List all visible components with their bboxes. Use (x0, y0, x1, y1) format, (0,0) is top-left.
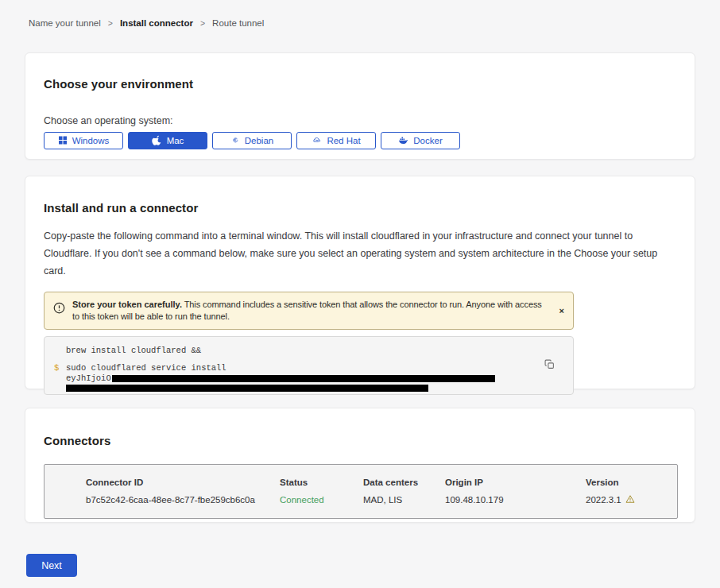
os-button-debian[interactable]: Debian (212, 132, 292, 149)
os-button-docker[interactable]: Docker (381, 132, 460, 149)
os-button-label: Red Hat (327, 136, 360, 145)
breadcrumb-install-connector[interactable]: Install connector (120, 18, 193, 28)
breadcrumb-separator: > (200, 18, 205, 28)
status-badge: Connected (280, 495, 363, 505)
breadcrumb-name-your-tunnel[interactable]: Name your tunnel (29, 18, 101, 28)
code-line-brew: brew install cloudflared && (66, 346, 541, 355)
alert-circle-icon (53, 302, 65, 317)
install-connector-card: Install and run a connector Copy-paste t… (25, 176, 695, 389)
copy-icon[interactable] (544, 359, 555, 369)
install-connector-description: Copy-paste the following command into a … (44, 227, 676, 280)
os-select-label: Choose an operating system: (44, 115, 676, 126)
token-warning-text: Store your token carefully. This command… (72, 299, 546, 323)
apple-icon (152, 135, 162, 147)
os-button-label: Mac (167, 136, 184, 145)
col-connector-id: Connector ID (86, 478, 280, 487)
token-warning-title: Store your token carefully. (72, 300, 182, 309)
connector-id-value: b7c52c42-6caa-48ee-8c77-fbe259cb6c0a (86, 495, 280, 505)
data-centers-value: MAD, LIS (363, 495, 445, 505)
breadcrumb-separator: > (108, 18, 113, 28)
col-status: Status (280, 478, 363, 487)
shell-prompt: $ (54, 363, 66, 392)
origin-ip-value: 109.48.10.179 (445, 495, 586, 505)
connectors-card: Connectors Connector ID Status Data cent… (25, 408, 695, 523)
breadcrumb-route-tunnel[interactable]: Route tunnel (212, 18, 264, 28)
connectors-table: Connector ID Status Data centers Origin … (44, 464, 678, 519)
token-prefix: eyJhIjoiO (66, 373, 111, 383)
version-value: 2022.3.1 (586, 495, 621, 505)
docker-icon (398, 135, 408, 147)
next-button[interactable]: Next (26, 554, 77, 577)
environment-card: Choose your environment Choose an operat… (25, 52, 695, 160)
os-button-group: Windows Mac Debian Red Hat Docker (44, 132, 676, 149)
code-line-sudo: sudo cloudflared service install (66, 363, 541, 373)
install-command-code-block: brew install cloudflared && $ sudo cloud… (44, 336, 574, 395)
os-button-windows[interactable]: Windows (44, 132, 123, 149)
debian-icon (230, 135, 240, 146)
redacted-token-bar (112, 375, 495, 382)
close-icon[interactable]: × (559, 307, 564, 315)
environment-card-title: Choose your environment (44, 77, 676, 91)
token-warning-banner: Store your token carefully. This command… (44, 292, 574, 330)
windows-icon (58, 135, 68, 146)
os-button-label: Docker (413, 136, 442, 145)
redacted-token-bar (66, 385, 428, 392)
redhat-icon (312, 135, 322, 147)
col-origin-ip: Origin IP (445, 478, 586, 487)
connectors-title: Connectors (44, 434, 676, 447)
install-connector-title: Install and run a connector (44, 201, 676, 215)
os-button-redhat[interactable]: Red Hat (296, 132, 376, 149)
col-data-centers: Data centers (363, 478, 445, 487)
os-button-label: Debian (245, 136, 273, 145)
connectors-table-header: Connector ID Status Data centers Origin … (86, 478, 669, 487)
col-version: Version (586, 478, 669, 487)
os-button-mac[interactable]: Mac (128, 132, 207, 149)
breadcrumb: Name your tunnel > Install connector > R… (29, 18, 264, 28)
warning-triangle-icon (625, 494, 635, 505)
table-row: b7c52c42-6caa-48ee-8c77-fbe259cb6c0a Con… (86, 494, 669, 505)
os-button-label: Windows (72, 136, 110, 145)
